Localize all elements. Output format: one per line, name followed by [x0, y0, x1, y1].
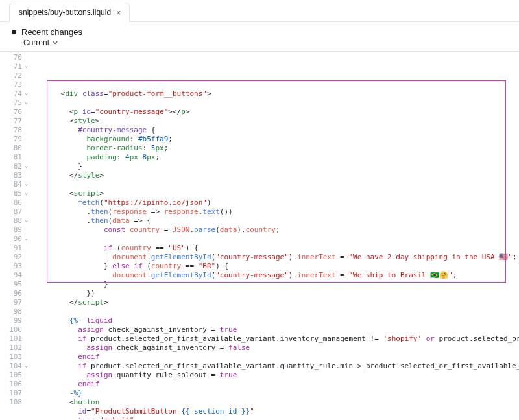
line-number: 101	[0, 334, 22, 344]
code-line[interactable]: #country-message {	[35, 126, 519, 135]
code-line[interactable]: }	[35, 280, 519, 289]
code-line[interactable]: <button	[35, 398, 519, 407]
code-line[interactable]: border-radius: 5px;	[35, 144, 519, 153]
line-number: 80	[0, 144, 22, 153]
line-number: 103	[0, 353, 22, 362]
code-line[interactable]: .then(data => {	[35, 216, 519, 226]
code-line[interactable]: background: #b5ffa9;	[35, 135, 519, 144]
line-number: 86	[0, 198, 22, 207]
code-line[interactable]: }	[35, 162, 519, 171]
line-number: 71⌄	[0, 62, 22, 71]
line-number: 94	[0, 271, 22, 280]
code-area[interactable]: <div class="product-form__buttons"> <p i…	[26, 52, 519, 419]
code-line[interactable]	[35, 80, 519, 89]
tab-filename: snippets/buy-buttons.liquid	[19, 8, 111, 17]
code-line[interactable]: } else if (country == "BR") {	[35, 262, 519, 271]
line-number: 87	[0, 207, 22, 216]
code-line[interactable]: if product.selected_or_first_available_v…	[35, 362, 519, 371]
code-line[interactable]: assign check_against_inventory = true	[35, 325, 519, 334]
code-line[interactable]	[35, 307, 519, 316]
code-line[interactable]: document.getElementById("country-message…	[35, 271, 519, 280]
code-line[interactable]: if product.selected_or_first_available_v…	[35, 334, 519, 344]
code-line[interactable]: id="ProductSubmitButton-{{ section_id }}…	[35, 407, 519, 416]
line-number: 89	[0, 226, 22, 235]
line-number-gutter: 7071⌄727374⌄75⌄76777879808182⌄8384⌄85⌄86…	[0, 52, 26, 419]
code-line[interactable]: })	[35, 289, 519, 298]
close-icon[interactable]: ×	[116, 8, 121, 17]
line-number: 102	[0, 344, 22, 353]
line-number: 96	[0, 289, 22, 298]
line-number: 91	[0, 244, 22, 253]
line-number: 90⌄	[0, 235, 22, 244]
code-line[interactable]: <p id="country-message"></p>	[35, 108, 519, 117]
code-line[interactable]: type="submit"	[35, 416, 519, 419]
line-number: 77	[0, 117, 22, 126]
line-number: 104⌄	[0, 362, 22, 371]
code-line[interactable]: endif	[35, 353, 519, 362]
code-line[interactable]: assign quantity_rule_soldout = true	[35, 371, 519, 380]
unsaved-indicator-icon	[12, 30, 16, 34]
code-line[interactable]: .then(response => response.text())	[35, 207, 519, 216]
code-line[interactable]: <div class="product-form__buttons">	[35, 89, 519, 99]
code-line[interactable]	[35, 180, 519, 189]
version-dropdown[interactable]: Current	[12, 38, 510, 47]
code-line[interactable]: endif	[35, 380, 519, 389]
tab-bar: snippets/buy-buttons.liquid ×	[0, 0, 519, 22]
line-number: 84⌄	[0, 180, 22, 189]
code-line[interactable]: </style>	[35, 171, 519, 180]
code-line[interactable]: padding: 4px 8px;	[35, 153, 519, 162]
line-number: 100	[0, 325, 22, 334]
version-label: Current	[23, 38, 49, 47]
code-line[interactable]	[35, 99, 519, 108]
recent-changes-label: Recent changes	[21, 27, 82, 37]
line-number: 79	[0, 135, 22, 144]
line-number: 78	[0, 126, 22, 135]
line-number: 95	[0, 280, 22, 289]
code-line[interactable]: <style>	[35, 117, 519, 126]
line-number: 82⌄	[0, 162, 22, 171]
line-number: 83	[0, 171, 22, 180]
code-line[interactable]	[35, 235, 519, 244]
line-number: 98	[0, 307, 22, 316]
code-line[interactable]: <script>	[35, 189, 519, 198]
line-number: 72	[0, 71, 22, 80]
line-number: 76	[0, 108, 22, 117]
code-line[interactable]: const country = JSON.parse(data).country…	[35, 226, 519, 235]
line-number: 81	[0, 153, 22, 162]
line-number: 93	[0, 262, 22, 271]
code-line[interactable]: document.getElementById("country-message…	[35, 253, 519, 262]
line-number: 88⌄	[0, 216, 22, 226]
line-number: 92	[0, 253, 22, 262]
code-line[interactable]: </script>	[35, 298, 519, 307]
chevron-down-icon	[52, 40, 58, 46]
code-line[interactable]: {%- liquid	[35, 316, 519, 325]
file-tab[interactable]: snippets/buy-buttons.liquid ×	[9, 3, 130, 22]
line-number: 99	[0, 316, 22, 325]
recent-changes-row[interactable]: Recent changes	[12, 27, 510, 37]
line-number: 74⌄	[0, 89, 22, 99]
version-bar: Recent changes Current	[0, 22, 519, 51]
line-number: 73	[0, 80, 22, 89]
line-number: 105	[0, 371, 22, 380]
line-number: 75⌄	[0, 99, 22, 108]
line-number: 85⌄	[0, 189, 22, 198]
line-number: 106	[0, 380, 22, 389]
code-line[interactable]: if (country == "US") {	[35, 244, 519, 253]
line-number: 70	[0, 53, 22, 62]
line-number: 97	[0, 298, 22, 307]
line-number: 107	[0, 389, 22, 398]
code-line[interactable]: -%}	[35, 389, 519, 398]
code-line[interactable]: fetch("https://ipinfo.io/json")	[35, 198, 519, 207]
code-editor[interactable]: 7071⌄727374⌄75⌄76777879808182⌄8384⌄85⌄86…	[0, 51, 519, 419]
line-number: 108	[0, 398, 22, 407]
code-line[interactable]: assign check_against_inventory = false	[35, 344, 519, 353]
